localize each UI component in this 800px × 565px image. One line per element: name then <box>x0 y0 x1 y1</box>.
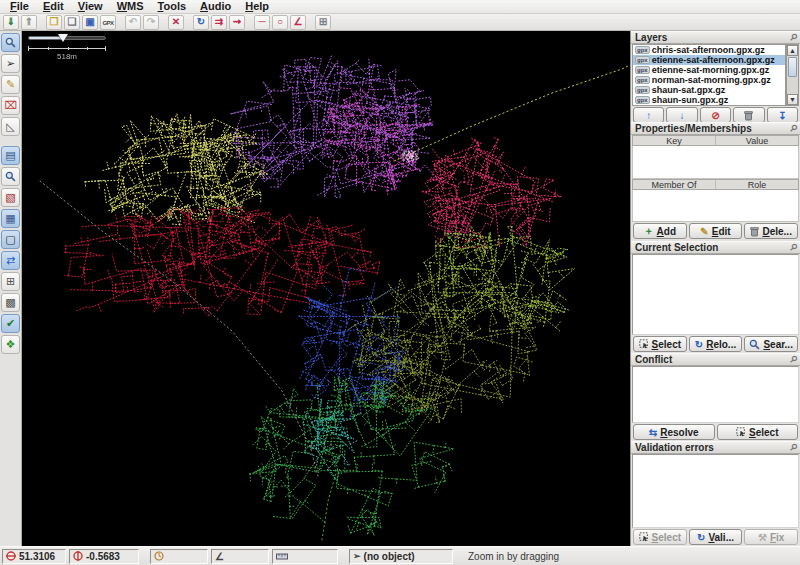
conflict-list[interactable] <box>632 366 799 423</box>
map-view: 518m <box>22 31 630 546</box>
main-toolbar: ⇓⇑❐❏▣GPX↶↷✕↻⇉⇝─○∠⊞ <box>0 14 800 31</box>
zoom-mode-button[interactable] <box>1 33 20 52</box>
toggle-validator-icon: ✔ <box>6 317 15 330</box>
conflict-select-button[interactable]: Select <box>717 424 799 440</box>
menu-help[interactable]: Help <box>238 0 276 14</box>
conflict-resolve-button[interactable]: ⇆Resolve <box>633 424 715 440</box>
upload-osm-data-button[interactable]: ⇑ <box>21 15 37 30</box>
validation-fix-button: ⚒Fix <box>744 529 798 545</box>
selection-search-button[interactable]: Sear... <box>744 336 798 352</box>
menu-audio[interactable]: Audio <box>193 0 238 14</box>
add-property-button[interactable]: ＋Add <box>633 223 687 239</box>
role-column-header: Role <box>716 180 798 189</box>
update-data-button[interactable]: ↻ <box>193 15 209 30</box>
toggle-history-button[interactable]: ▧ <box>1 188 20 207</box>
validation-run-button[interactable]: ↻Vali... <box>689 529 743 545</box>
unglue-node-button[interactable]: ⇝ <box>229 15 245 30</box>
update-data-icon: ↻ <box>197 17 205 27</box>
toggle-search-icon <box>5 171 16 182</box>
create-circle-button[interactable]: ○ <box>272 15 288 30</box>
zoom-slider-thumb[interactable] <box>58 34 68 42</box>
layer-row[interactable]: gpxshaun-sat.gpx.gz <box>633 85 785 95</box>
split-way-button[interactable]: ✕ <box>168 15 184 30</box>
open-file-button[interactable]: ❏ <box>64 15 80 30</box>
menu-wms[interactable]: WMS <box>110 0 151 14</box>
toggle-commands-button[interactable]: ▩ <box>1 293 20 312</box>
selection-reload-icon: ↻ <box>695 339 703 350</box>
toggle-search-button[interactable] <box>1 167 20 186</box>
toggle-validator-button[interactable]: ✔ <box>1 314 20 333</box>
combine-ways-button[interactable]: ⇉ <box>211 15 227 30</box>
layers-scrollbar[interactable]: ▲ ▼ <box>786 44 799 106</box>
download-osm-data-icon: ⇓ <box>7 17 15 27</box>
undo-button[interactable]: ↶ <box>125 15 141 30</box>
draw-mode-button[interactable]: ✎ <box>1 75 20 94</box>
scroll-down-button[interactable]: ▼ <box>787 94 798 105</box>
selection-list[interactable] <box>632 254 799 335</box>
toggle-conflicts-button[interactable]: ⇄ <box>1 251 20 270</box>
layer-row[interactable]: gpxshaun-sun.gpx.gz <box>633 95 785 105</box>
preferences-button[interactable]: ⊞ <box>315 15 331 30</box>
menu-view[interactable]: View <box>71 0 110 14</box>
menu-file[interactable]: File <box>3 0 36 14</box>
measure-mode-button[interactable]: ◺ <box>1 117 20 136</box>
download-area-icon: ❖ <box>6 338 16 351</box>
properties-table[interactable] <box>632 146 799 179</box>
toggle-relations-button[interactable]: ⊞ <box>1 272 20 291</box>
export-gpx-button[interactable]: GPX <box>100 15 116 30</box>
toggle-layers-button[interactable]: ▤ <box>1 146 20 165</box>
layer-row[interactable]: gpxetienne-sat-morning.gpx.gz <box>633 65 785 75</box>
scroll-up-button[interactable]: ▲ <box>787 45 798 56</box>
toggle-properties-button[interactable]: ▦ <box>1 209 20 228</box>
layer-row[interactable]: gpxnorman-sat-morning.gpx.gz <box>633 75 785 85</box>
pin-icon[interactable]: ⚲ <box>788 123 799 134</box>
delete-property-button[interactable]: Dele... <box>744 223 798 239</box>
layers-list[interactable]: gpxchris-sat-afternoon.gpx.gzgpxetienne-… <box>632 44 786 106</box>
validation-select-button: Select <box>633 529 687 545</box>
layer-show-hide-button[interactable]: ⊘ <box>700 107 731 123</box>
layer-move-down-button[interactable]: ↓ <box>666 107 697 123</box>
layer-delete-button[interactable] <box>733 107 764 123</box>
menu-edit[interactable]: Edit <box>36 0 71 14</box>
layer-move-up-button[interactable]: ↑ <box>633 107 664 123</box>
align-nodes-in-line-button[interactable]: ─ <box>254 15 270 30</box>
select-mode-button[interactable]: ➢ <box>1 54 20 73</box>
scroll-track[interactable] <box>787 56 798 94</box>
new-layer-button[interactable]: ❐ <box>46 15 62 30</box>
pin-icon[interactable]: ⚲ <box>788 32 799 43</box>
toggle-selection-button[interactable]: ▢ <box>1 230 20 249</box>
validation-list[interactable] <box>632 454 799 528</box>
delete-mode-button[interactable]: ⌧ <box>1 96 20 115</box>
selection-select-button[interactable]: Select <box>633 336 687 352</box>
pin-icon[interactable]: ⚲ <box>788 242 799 253</box>
edit-property-button[interactable]: ✎Edit <box>689 223 743 239</box>
layer-row[interactable]: gpxchris-sat-afternoon.gpx.gz <box>633 45 785 55</box>
toggle-relations-icon: ⊞ <box>6 275 15 288</box>
menu-tools[interactable]: Tools <box>151 0 194 14</box>
layer-merge-button[interactable]: ↧ <box>767 107 798 123</box>
selection-reload-button[interactable]: ↻Relo... <box>689 336 743 352</box>
scroll-thumb[interactable] <box>788 57 797 77</box>
orthogonalize-button[interactable]: ∠ <box>290 15 306 30</box>
properties-panel-header: Properties/Memberships ⚲ <box>631 122 800 135</box>
latitude-field: 51.3106 <box>2 549 66 564</box>
memberships-table[interactable] <box>632 190 799 222</box>
pin-icon[interactable]: ⚲ <box>788 442 799 453</box>
layer-row[interactable]: gpxetienne-sat-afternoon.gpx.gz <box>633 55 785 65</box>
gpx-layer-icon: gpx <box>635 76 650 84</box>
map-canvas[interactable] <box>22 31 630 546</box>
redo-button[interactable]: ↷ <box>143 15 159 30</box>
zoom-slider[interactable] <box>28 34 108 42</box>
download-osm-data-button[interactable]: ⇓ <box>3 15 19 30</box>
cursor-icon: ➢ <box>353 551 361 561</box>
pin-icon[interactable]: ⚲ <box>788 354 799 365</box>
download-area-button[interactable]: ❖ <box>1 335 20 354</box>
selection-select-icon <box>639 339 649 349</box>
save-file-button[interactable]: ▣ <box>82 15 98 30</box>
key-column-header: Key <box>633 136 716 145</box>
scale-line <box>28 46 106 51</box>
layers-panel-title: Layers <box>635 32 667 43</box>
validation-panel-header: Validation errors ⚲ <box>631 441 800 454</box>
create-circle-icon: ○ <box>277 17 283 27</box>
conflict-select-label: Select <box>749 427 778 438</box>
